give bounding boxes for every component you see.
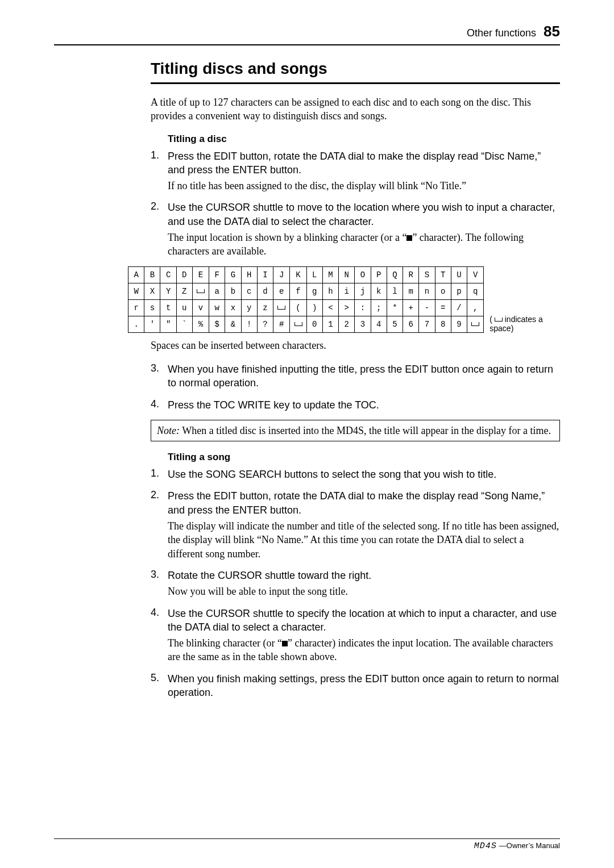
char-cell: W xyxy=(128,283,144,299)
char-cell: p xyxy=(451,283,467,299)
char-cell xyxy=(290,316,306,332)
char-cell: - xyxy=(419,299,435,316)
char-cell: m xyxy=(403,283,419,299)
char-cell: T xyxy=(435,266,451,283)
char-cell: ! xyxy=(241,316,257,332)
step-number: 2. xyxy=(151,489,168,560)
char-cell: K xyxy=(290,266,306,283)
char-cell: g xyxy=(306,283,322,299)
song-step-4: 4. Use the CURSOR shuttle to specify the… xyxy=(151,607,560,664)
char-cell: k xyxy=(371,283,387,299)
char-cell: 3 xyxy=(355,316,371,332)
char-cell xyxy=(467,316,483,332)
space-glyph-icon xyxy=(471,322,479,326)
char-cell: & xyxy=(225,316,241,332)
char-cell: d xyxy=(257,283,273,299)
char-cell xyxy=(273,299,290,316)
char-cell: ( xyxy=(290,299,306,316)
footer-rule xyxy=(54,838,560,839)
char-cell: V xyxy=(467,266,483,283)
char-cell: S xyxy=(419,266,435,283)
char-cell: B xyxy=(144,266,160,283)
space-glyph-icon xyxy=(294,322,302,326)
char-cell: M xyxy=(322,266,338,283)
disc-step-4: 4. Press the TOC WRITE key to update the… xyxy=(151,398,560,412)
step-number: 1. xyxy=(151,468,168,481)
char-cell: 5 xyxy=(387,316,403,332)
space-glyph-icon xyxy=(197,289,205,293)
char-cell: z xyxy=(257,299,273,316)
disc-step-1: 1. Press the EDIT button, rotate the DAT… xyxy=(151,149,560,193)
char-cell: J xyxy=(273,266,290,283)
char-cell: O xyxy=(355,266,371,283)
footer-model: MD4S xyxy=(474,841,497,851)
char-cell: D xyxy=(176,266,192,283)
char-cell: < xyxy=(322,299,338,316)
char-cell: ; xyxy=(371,299,387,316)
char-cell: " xyxy=(160,316,176,332)
char-cell: e xyxy=(273,283,290,299)
char-cell: F xyxy=(209,266,225,283)
char-cell: w xyxy=(209,299,225,316)
char-cell: C xyxy=(160,266,176,283)
note-box: Note: When a titled disc is inserted int… xyxy=(151,420,560,441)
step-body: The display will indicate the number and… xyxy=(168,519,560,561)
char-cell: x xyxy=(225,299,241,316)
char-cell: : xyxy=(355,299,371,316)
char-cell: . xyxy=(128,316,144,332)
char-cell xyxy=(192,283,209,299)
char-cell: i xyxy=(339,283,355,299)
char-cell: Z xyxy=(176,283,192,299)
char-cell: 1 xyxy=(322,316,338,332)
character-table-wrap: ABCDEFGHIJKLMNOPQRSTUVWXYZabcdefghijklmn… xyxy=(128,266,560,333)
step-main: Use the SONG SEARCH buttons to select th… xyxy=(168,469,496,480)
char-cell: 2 xyxy=(339,316,355,332)
step-body: The input location is shown by a blinkin… xyxy=(168,231,560,258)
char-cell: ' xyxy=(144,316,160,332)
step-main: Rotate the CURSOR shuttle toward the rig… xyxy=(168,570,371,581)
char-cell: X xyxy=(144,283,160,299)
space-glyph-icon xyxy=(277,306,285,310)
char-cell: N xyxy=(339,266,355,283)
char-cell: G xyxy=(225,266,241,283)
char-cell: Y xyxy=(160,283,176,299)
step-number: 3. xyxy=(151,362,168,390)
page-footer: MD4S—Owner’s Manual xyxy=(54,838,560,851)
char-cell: % xyxy=(192,316,209,332)
char-cell: # xyxy=(273,316,290,332)
char-cell: = xyxy=(435,299,451,316)
block-char-icon xyxy=(282,641,288,646)
char-cell: ? xyxy=(257,316,273,332)
char-cell: 4 xyxy=(371,316,387,332)
after-table-text: Spaces can be inserted between character… xyxy=(151,339,560,352)
char-cell: y xyxy=(241,299,257,316)
char-cell: s xyxy=(144,299,160,316)
char-cell: L xyxy=(306,266,322,283)
char-cell: , xyxy=(467,299,483,316)
intro-paragraph: A title of up to 127 characters can be a… xyxy=(151,95,560,123)
step-main: Press the EDIT button, rotate the DATA d… xyxy=(168,490,545,515)
char-cell: 8 xyxy=(435,316,451,332)
step-number: 3. xyxy=(151,569,168,599)
char-cell: v xyxy=(192,299,209,316)
char-cell: R xyxy=(403,266,419,283)
step-main: Use the CURSOR shuttle to specify the lo… xyxy=(168,608,557,633)
header-rule xyxy=(54,44,560,45)
char-cell: * xyxy=(387,299,403,316)
char-cell: o xyxy=(435,283,451,299)
page-header: Other functions 85 xyxy=(467,23,560,40)
char-cell: b xyxy=(225,283,241,299)
footer-text: —Owner’s Manual xyxy=(499,841,560,850)
block-char-icon xyxy=(406,235,412,241)
subheading-disc: Titling a disc xyxy=(168,133,560,145)
note-text: When a titled disc is inserted into the … xyxy=(180,425,551,436)
character-table: ABCDEFGHIJKLMNOPQRSTUVWXYZabcdefghijklmn… xyxy=(128,266,484,333)
char-cell: $ xyxy=(209,316,225,332)
song-step-5: 5. When you finish making settings, pres… xyxy=(151,672,560,700)
char-cell: E xyxy=(192,266,209,283)
char-cell: + xyxy=(403,299,419,316)
char-cell: t xyxy=(160,299,176,316)
char-cell: ) xyxy=(306,299,322,316)
section-name: Other functions xyxy=(467,27,536,39)
step-number: 5. xyxy=(151,672,168,700)
